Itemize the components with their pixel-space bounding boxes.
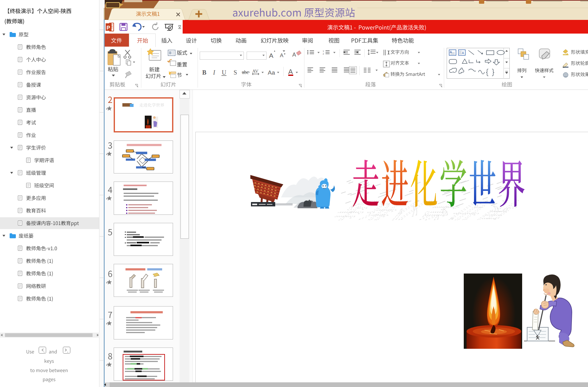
svg-text:A: A [462, 51, 464, 55]
svg-text:B: B [202, 69, 206, 76]
svg-text:A: A [288, 68, 293, 76]
svg-text:1: 1 [323, 50, 324, 52]
svg-text:P: P [107, 25, 110, 31]
svg-text:I: I [213, 69, 216, 76]
svg-text:A: A [450, 50, 452, 54]
svg-text:AV: AV [252, 69, 258, 74]
svg-text:A: A [280, 53, 284, 58]
svg-text:Aa: Aa [268, 69, 275, 76]
svg-text:U: U [222, 69, 226, 76]
svg-text:A: A [292, 52, 296, 58]
svg-text:A: A [269, 52, 273, 59]
svg-text:S: S [234, 69, 237, 76]
svg-text:2: 2 [323, 53, 324, 55]
